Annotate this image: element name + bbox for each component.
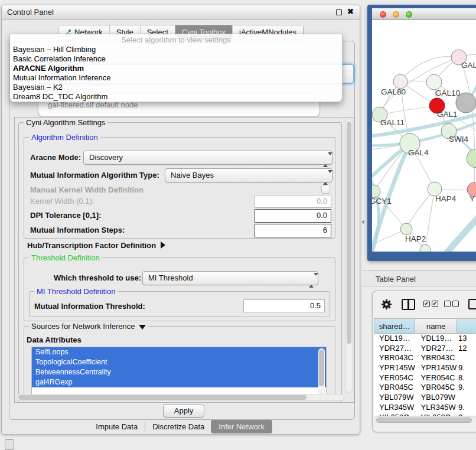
collapsed-arrow-icon xyxy=(161,242,165,249)
table-row[interactable]: YBR045CYBR045C9. xyxy=(374,383,476,393)
table-row[interactable]: YER054CYER054C8. xyxy=(374,373,476,383)
network-node[interactable] xyxy=(467,149,476,168)
table-row[interactable]: YDL19…YDL19…13 xyxy=(374,334,476,344)
algorithm-option[interactable]: Bayesian – Hill Climbing xyxy=(10,45,342,54)
algorithm-option[interactable]: Bayesian – K2 xyxy=(10,83,342,92)
network-node-label: SWI4 xyxy=(449,135,468,144)
network-node-label: GAL10 xyxy=(435,89,460,97)
mi-threshold-definition-group: MI Threshold Definition Mutual Informati… xyxy=(29,291,330,317)
table-cell: 12 xyxy=(457,344,476,354)
table-row[interactable]: YDR27…YDR27…12 xyxy=(374,344,476,354)
scrollbar-thumb[interactable] xyxy=(376,418,472,423)
tab-discretize-data[interactable]: Discretize Data xyxy=(146,420,211,433)
network-node-label: HAP2 xyxy=(405,234,426,243)
combo-arrows-icon xyxy=(309,274,314,287)
table-cell: YDR27… xyxy=(416,344,458,354)
network-view-window: GAL2GAL80GAL10GAL1GAL11SWI4GAL4GCY1HAP4Y… xyxy=(367,5,476,261)
table-row[interactable]: YPR145WYPR145W9. xyxy=(374,363,476,373)
kernel-width-field[interactable]: 0.0 xyxy=(255,195,331,208)
hub-definition-toggle[interactable]: Hub/Transcription Factor Definition xyxy=(27,239,165,252)
table-row[interactable]: YLR345WYLR345W9. xyxy=(374,403,476,413)
checked-box-icon: ✓ xyxy=(432,301,438,307)
network-node[interactable] xyxy=(426,74,442,90)
attributes-list-scrollbar[interactable] xyxy=(318,348,325,394)
table-cell: YBR043C xyxy=(416,353,458,363)
sources-title-label: Sources for Network Inference xyxy=(31,322,135,331)
export-table-icon[interactable] xyxy=(468,299,476,309)
aracne-mode-combobox[interactable]: Discovery xyxy=(83,151,332,165)
scrollbar-thumb[interactable] xyxy=(18,395,307,400)
tab-impute-data[interactable]: Impute Data xyxy=(89,420,144,433)
network-node-label: GCY1 xyxy=(372,197,392,206)
which-threshold-combobox[interactable]: MI Threshold xyxy=(142,271,318,285)
table-cell: 13 xyxy=(457,334,476,344)
deselect-all-columns-icon[interactable] xyxy=(444,301,459,307)
aracne-mode-label: Aracne Mode: xyxy=(30,151,81,164)
algorithm-definition-title: Algorithm Definition xyxy=(29,133,100,142)
close-window-icon[interactable] xyxy=(380,11,386,18)
apply-button[interactable]: Apply xyxy=(163,404,204,418)
mi-algorithm-type-combobox[interactable]: Naive Bayes xyxy=(165,168,332,182)
close-panel-icon[interactable]: ✖ xyxy=(347,7,354,16)
table-horizontal-scrollbar[interactable] xyxy=(374,416,476,423)
mi-steps-label: Mutual Information Steps: xyxy=(30,224,125,237)
table-column-header[interactable]: shared… xyxy=(374,318,415,334)
algorithm-option[interactable]: Basic Correlation Inference xyxy=(10,54,342,64)
data-attributes-list[interactable]: SelfLoopsTopologicalCoefficientBetweenne… xyxy=(31,347,327,396)
table-toolbar: ✓ ✓ xyxy=(373,291,476,317)
attribute-list-item[interactable]: TopologicalCoefficient xyxy=(32,357,326,367)
cyni-algorithm-settings-title: Cyni Algorithm Settings xyxy=(24,118,107,127)
minimize-window-icon[interactable] xyxy=(393,11,399,18)
tab-infer-network[interactable]: Infer Network xyxy=(211,420,272,433)
table-column-header[interactable] xyxy=(457,318,476,334)
table-cell: YER054C xyxy=(416,373,458,383)
network-canvas[interactable]: GAL2GAL80GAL10GAL1GAL11SWI4GAL4GCY1HAP4Y… xyxy=(372,20,476,252)
dpi-tolerance-field[interactable]: 0.0 xyxy=(255,209,331,223)
attribute-list-item[interactable]: BetweennessCentrality xyxy=(32,367,326,377)
threshold-definition-title: Threshold Definition xyxy=(29,253,102,262)
network-edge[interactable] xyxy=(439,216,476,252)
threshold-definition-group: Threshold Definition Which threshold to … xyxy=(24,257,335,321)
network-node-label: Y xyxy=(470,194,475,203)
algorithm-option[interactable]: ARACNE Algorithm xyxy=(10,64,342,73)
table-row[interactable]: YBL079WYBL079W xyxy=(374,393,476,403)
sources-title[interactable]: Sources for Network Inference xyxy=(29,322,148,331)
settings-horizontal-scrollbar[interactable] xyxy=(16,394,344,401)
select-all-columns-icon[interactable]: ✓ ✓ xyxy=(423,301,438,307)
manual-kernel-width-checkbox[interactable] xyxy=(321,185,330,194)
network-node[interactable] xyxy=(393,74,407,89)
network-node-label: GAL2 xyxy=(461,61,476,70)
algorithm-option[interactable]: Dream8 DC_TDC Algorithm xyxy=(10,92,342,102)
attribute-list-item[interactable]: gal4RGexp xyxy=(32,377,326,387)
table-column-header[interactable]: name xyxy=(415,318,457,334)
zoom-window-icon[interactable] xyxy=(406,11,412,18)
show-columns-icon[interactable] xyxy=(402,299,415,310)
network-node[interactable] xyxy=(372,185,380,198)
scrollbar-thumb[interactable] xyxy=(347,122,351,344)
settings-scrollpane: Cyni Algorithm Settings Algorithm Defini… xyxy=(14,117,354,403)
gear-icon[interactable] xyxy=(381,299,392,310)
which-threshold-value: MI Threshold xyxy=(148,273,193,282)
mi-threshold-field[interactable]: 0.5 xyxy=(243,299,325,312)
table-cell: YDL19… xyxy=(416,334,458,344)
dpi-tolerance-label: DPI Tolerance [0,1]: xyxy=(30,209,101,222)
float-panel-icon[interactable] xyxy=(336,9,342,15)
table-row[interactable]: YBR043CYBR043C xyxy=(374,353,476,363)
control-panel-titlebar: Control Panel ✖ xyxy=(2,5,360,19)
control-panel-title: Control Panel xyxy=(7,8,54,17)
tab-separator xyxy=(145,422,145,431)
algorithm-options-list: Bayesian – Hill ClimbingBasic Correlatio… xyxy=(10,45,342,102)
splitter-handle[interactable] xyxy=(361,220,364,224)
settings-vertical-scrollbar[interactable] xyxy=(345,119,353,393)
network-node[interactable] xyxy=(400,223,412,235)
table-cell: YLR345W xyxy=(416,403,458,413)
attribute-list-item[interactable]: SelfLoops xyxy=(32,347,326,357)
algorithm-option[interactable]: Mutual Information Inference xyxy=(10,73,342,83)
network-edge[interactable] xyxy=(381,57,459,112)
collapsed-panel-icon[interactable] xyxy=(5,439,14,450)
network-edge[interactable] xyxy=(380,106,437,115)
mi-steps-field[interactable]: 6 xyxy=(255,224,331,237)
which-threshold-label: Which threshold to use: xyxy=(54,272,141,285)
scrollbar-thumb[interactable] xyxy=(319,350,324,386)
table-cell: YBR045C xyxy=(416,383,458,393)
